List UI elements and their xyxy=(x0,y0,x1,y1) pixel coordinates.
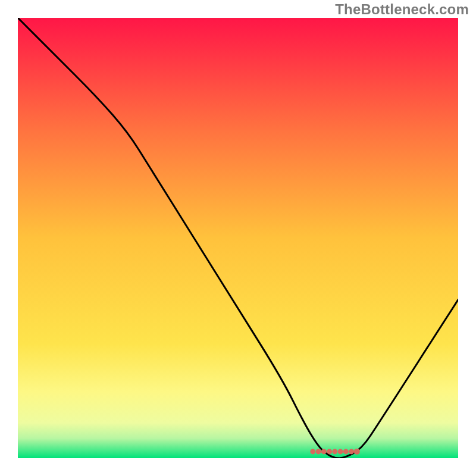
plot-area xyxy=(18,18,458,458)
chart-frame: TheBottleneck.com xyxy=(0,0,476,476)
optimal-marker-dot xyxy=(310,449,315,454)
optimal-marker-dot xyxy=(316,449,321,454)
bottleneck-chart xyxy=(18,18,458,458)
optimal-marker-dot xyxy=(321,449,327,454)
optimal-marker-dot xyxy=(332,449,337,454)
optimal-marker-dot xyxy=(349,449,354,454)
optimal-marker-dot xyxy=(343,449,349,454)
optimal-marker-dot xyxy=(354,449,360,455)
watermark-text: TheBottleneck.com xyxy=(335,1,469,18)
optimal-marker-dot xyxy=(327,449,332,454)
optimal-range-marker xyxy=(310,449,360,455)
optimal-marker-dot xyxy=(338,449,343,454)
